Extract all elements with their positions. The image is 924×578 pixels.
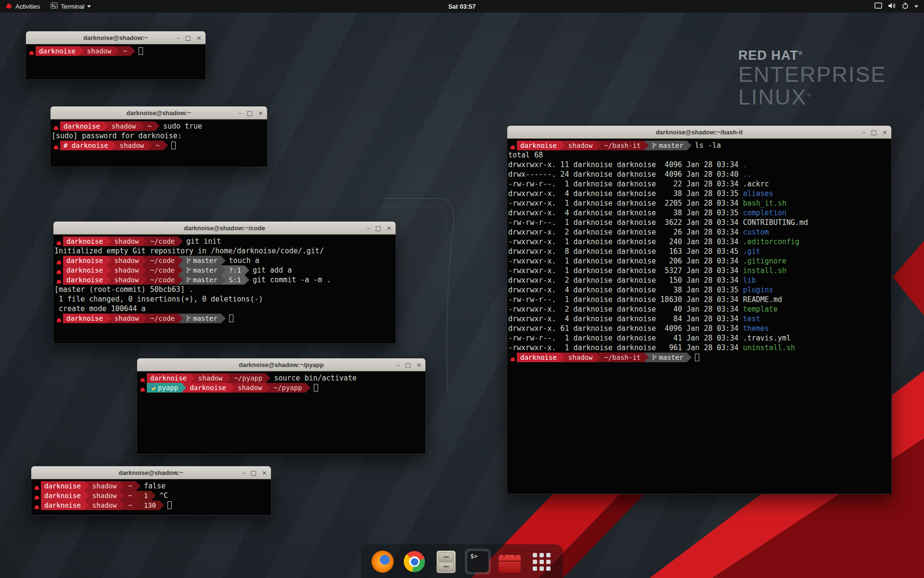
ls-columns: drwxrwxr-x. 4 darknoise darknoise 38 Jan… (508, 286, 743, 294)
close-button[interactable]: × (882, 129, 887, 135)
ls-filename: lib (743, 276, 756, 285)
prompt-segment-path: ~/bash-it (601, 141, 644, 150)
powerline-separator (178, 265, 183, 275)
terminal-line: drwxrwxr-x. 4 darknoise darknoise 38 Jan… (508, 285, 891, 295)
prompt-segment-path: ~ (144, 121, 154, 131)
ls-columns: -rw-rw-r--. 1 darknoise darknoise 18630 … (508, 295, 743, 304)
terminal-content[interactable]: darknoiseshadow~/bash-itmasterls -latota… (507, 139, 891, 494)
minimize-button[interactable]: – (177, 35, 180, 41)
terminal-icon[interactable] (465, 549, 491, 575)
maximize-button[interactable]: □ (185, 35, 191, 41)
terminal-content[interactable]: darknoiseshadow~falsedarknoiseshadow~1^C… (31, 480, 271, 515)
window-titlebar[interactable]: darknoise@shadow:~/code – □ × (53, 222, 396, 235)
minimize-button[interactable]: – (862, 129, 866, 135)
powerline-separator (596, 141, 601, 150)
maximize-button[interactable]: □ (375, 225, 381, 231)
maximize-button[interactable]: □ (247, 110, 253, 116)
powerline-separator (159, 500, 164, 510)
git-branch-icon (186, 266, 193, 274)
powerline-separator (142, 314, 147, 323)
volume-icon[interactable] (888, 2, 896, 11)
maximize-button[interactable]: □ (871, 129, 877, 135)
powerline-separator (226, 373, 231, 383)
display-status-icon[interactable] (874, 2, 882, 10)
chrome-icon[interactable] (401, 549, 427, 575)
window-titlebar[interactable]: darknoise@shadow:~/pyapp – □ × (137, 358, 425, 371)
system-menu-chevron-icon[interactable] (914, 5, 918, 8)
powerline-separator (596, 353, 601, 362)
terminal-cursor (314, 384, 318, 392)
ls-filename: test (743, 315, 760, 323)
prompt-segment-user: darknoise (63, 314, 106, 323)
window-title: darknoise@shadow:~ (83, 34, 148, 41)
clock[interactable]: Sat 03:57 (448, 3, 475, 10)
redhat-prompt-icon (32, 481, 41, 491)
close-button[interactable]: × (196, 35, 202, 41)
terminal-content[interactable]: darknoiseshadow~/codegit initInitialized… (53, 235, 396, 343)
powerline-separator (84, 491, 89, 500)
window-titlebar[interactable]: darknoise@shadow:~ – □ × (51, 106, 267, 119)
terminal-line: drwxrwxr-x. 61 darknoise darknoise 4096 … (508, 324, 891, 333)
powerline-separator (136, 500, 141, 510)
terminal-content[interactable]: darknoiseshadow~sudo true[sudo] password… (51, 120, 267, 167)
powerline-separator (120, 491, 125, 500)
terminal-content[interactable]: darknoiseshadow~/pyappsource bin/activat… (137, 372, 425, 454)
terminal-line: -rwxrwxr-x. 1 darknoise darknoise 5327 J… (508, 266, 891, 276)
prompt-segment-path: ~/pyapp (231, 373, 266, 383)
powerline-separator (142, 236, 147, 246)
close-button[interactable]: × (386, 225, 392, 231)
powerline-separator (687, 353, 692, 362)
minimize-button[interactable]: – (238, 110, 242, 116)
power-icon[interactable] (902, 2, 909, 11)
powerline-separator (266, 383, 270, 393)
activities-button[interactable]: Activities (0, 0, 45, 13)
app-menu[interactable]: Terminal (45, 0, 96, 13)
prompt-segment-user: darknoise (41, 481, 84, 491)
prompt-segment-host: shadow (111, 265, 142, 275)
close-button[interactable]: × (416, 362, 422, 368)
powerline-separator (190, 373, 195, 383)
ls-columns: -rwxrwxr-x. 1 darknoise darknoise 5327 J… (508, 266, 743, 275)
maximize-button[interactable]: □ (251, 470, 257, 476)
ls-columns: -rwxrwxr-x. 1 darknoise darknoise 206 Ja… (508, 257, 743, 265)
redhat-prompt-icon (54, 256, 63, 265)
redhat-prompt-icon (54, 236, 63, 246)
command-text: source bin/activate (270, 374, 357, 382)
command-text: sudo true (160, 122, 202, 131)
terminal-window-home-2: darknoise@shadow:~ – □ × darknoiseshadow… (31, 466, 271, 515)
prompt-segment-path: ~ (125, 481, 135, 491)
ls-columns: -rwxrwxr-x. 1 darknoise darknoise 240 Ja… (508, 237, 743, 246)
prompt-segment-path: ~/code (147, 265, 178, 275)
minimize-button[interactable]: – (397, 362, 400, 368)
prompt-segment-host: shadow (234, 383, 266, 393)
maximize-button[interactable]: □ (405, 362, 411, 368)
powerline-separator (139, 121, 144, 131)
redhat-prompt-icon (27, 46, 36, 56)
window-titlebar[interactable]: darknoise@shadow:~/bash-it – □ × (507, 126, 891, 139)
terminal-line: # darknoiseshadow~ (51, 141, 267, 150)
files-icon[interactable] (433, 549, 459, 575)
ls-filename: .travis.yml (743, 334, 791, 342)
redhat-prompt-icon (54, 265, 63, 275)
prompt-segment-host: shadow (565, 353, 596, 362)
window-titlebar[interactable]: darknoise@shadow:~ – □ × (31, 466, 271, 479)
prompt-segment-git: master (649, 353, 687, 362)
prompt-segment-user: # darknoise (60, 141, 112, 150)
firefox-icon[interactable] (370, 549, 396, 575)
minimize-button[interactable]: – (367, 225, 370, 231)
ls-columns: drwx------. 24 darknoise darknoise 4096 … (508, 170, 743, 179)
terminal-line: darknoiseshadow~/codemaster?:1git add a (54, 265, 396, 275)
powerline-separator (151, 491, 156, 500)
toolbox-icon[interactable] (497, 549, 523, 575)
minimize-button[interactable]: – (242, 470, 245, 476)
close-button[interactable]: × (262, 470, 267, 476)
terminal-line: darknoiseshadow~/codemastertouch a (54, 256, 396, 265)
powerline-separator (79, 46, 84, 56)
terminal-content[interactable]: darknoiseshadow~ (26, 45, 205, 79)
show-applications-icon[interactable] (528, 549, 554, 575)
command-text: touch a (226, 256, 259, 265)
ls-filename: custom (743, 228, 769, 236)
window-titlebar[interactable]: darknoise@shadow:~ – □ × (26, 31, 205, 44)
prompt-segment-path: ~ (119, 46, 130, 56)
close-button[interactable]: × (258, 110, 263, 116)
